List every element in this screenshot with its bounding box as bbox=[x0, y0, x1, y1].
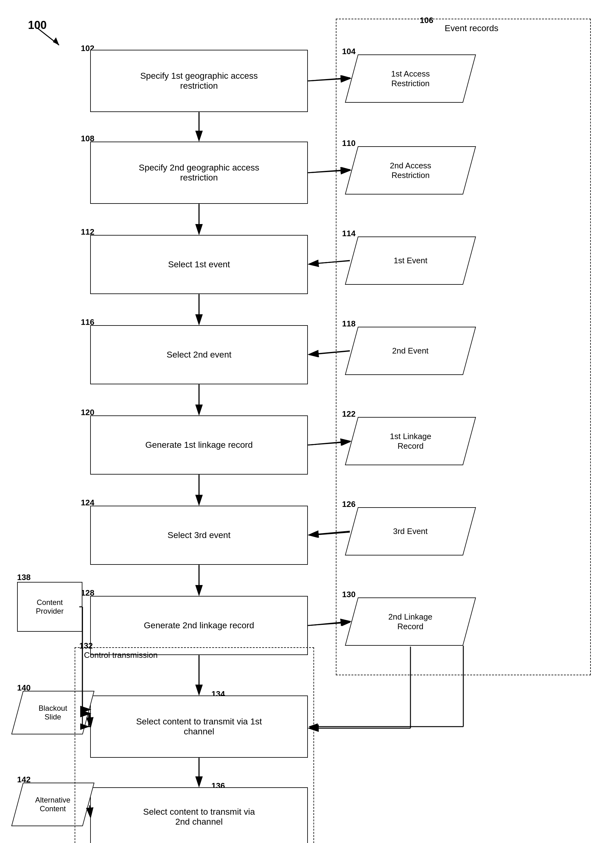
box-116: Select 2nd event bbox=[90, 325, 308, 384]
para-118: 2nd Event bbox=[345, 327, 476, 375]
label-104: 104 bbox=[342, 47, 355, 56]
control-transmission-label: Control transmission bbox=[84, 650, 158, 660]
label-118: 118 bbox=[342, 319, 355, 329]
box-138: ContentProvider bbox=[17, 582, 82, 632]
label-138: 138 bbox=[17, 572, 31, 582]
para-114: 1st Event bbox=[345, 237, 476, 285]
para-110: 2nd AccessRestriction bbox=[345, 146, 476, 194]
label-110: 110 bbox=[342, 138, 355, 148]
box-108: Specify 2nd geographic accessrestriction bbox=[90, 141, 308, 204]
para-104: 1st AccessRestriction bbox=[345, 54, 476, 103]
box-128: Generate 2nd linkage record bbox=[90, 596, 308, 655]
label-106: 106 bbox=[420, 16, 433, 25]
label-126: 126 bbox=[342, 499, 355, 509]
diagram: 100 102 Specify 1st geographic accessres… bbox=[0, 0, 616, 843]
label-122: 122 bbox=[342, 409, 355, 419]
label-132: 132 bbox=[79, 641, 93, 651]
para-122: 1st LinkageRecord bbox=[345, 417, 476, 465]
label-114: 114 bbox=[342, 229, 355, 238]
para-130: 2nd LinkageRecord bbox=[345, 597, 476, 646]
box-124: Select 3rd event bbox=[90, 506, 308, 565]
svg-marker-1 bbox=[53, 37, 59, 45]
control-transmission-box bbox=[75, 647, 314, 843]
label-130: 130 bbox=[342, 590, 355, 599]
box-120: Generate 1st linkage record bbox=[90, 415, 308, 475]
label-100-arrow bbox=[37, 28, 62, 47]
event-records-title: Event records bbox=[445, 24, 499, 33]
box-112: Select 1st event bbox=[90, 235, 308, 294]
box-102: Specify 1st geographic accessrestriction bbox=[90, 50, 308, 112]
para-126: 3rd Event bbox=[345, 507, 476, 555]
